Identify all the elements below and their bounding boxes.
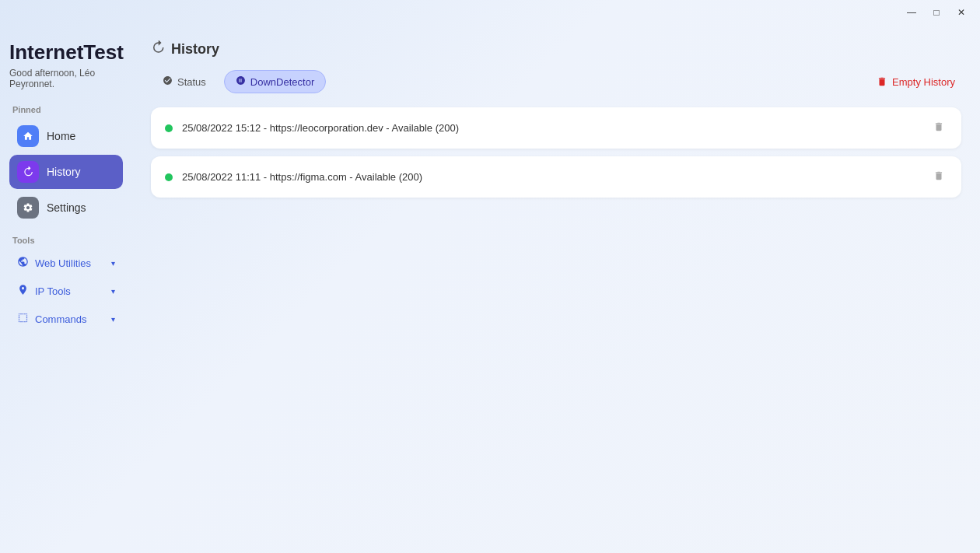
history-label: History [47, 166, 81, 178]
titlebar: — □ ✕ [0, 0, 980, 25]
tab-bar: Status DownDetector Empty History [151, 70, 961, 93]
commands-label: Commands [35, 313, 86, 325]
empty-history-label: Empty History [892, 76, 955, 88]
maximize-button[interactable]: □ [924, 0, 949, 25]
history-text-2: 25/08/2022 11:11 - https://figma.com - A… [182, 171, 921, 183]
ip-tools-label: IP Tools [35, 285, 71, 297]
tab-status-label: Status [177, 76, 206, 88]
sidebar-item-ip-tools[interactable]: IP Tools ▾ [9, 278, 123, 304]
empty-history-button[interactable]: Empty History [870, 73, 961, 91]
sidebar: InternetTest Good afternoon, Léo Peyronn… [0, 25, 132, 553]
settings-label: Settings [47, 201, 86, 214]
tab-downdetector-label: DownDetector [250, 76, 314, 88]
pinned-label: Pinned [9, 105, 123, 114]
history-text-1: 25/08/2022 15:12 - https://leocorporatio… [182, 122, 921, 134]
web-utilities-label: Web Utilities [35, 257, 91, 269]
history-nav-icon [17, 161, 39, 183]
app-title: InternetTest [9, 40, 123, 65]
history-item-2: 25/08/2022 11:11 - https://figma.com - A… [151, 156, 961, 198]
status-dot-2 [165, 173, 173, 181]
delete-button-1[interactable] [930, 118, 947, 138]
app-container: InternetTest Good afternoon, Léo Peyronn… [0, 25, 980, 553]
tools-section: Tools Web Utilities ▾ IP Tools [9, 236, 123, 334]
tab-status[interactable]: Status [151, 70, 218, 93]
history-page-title: History [171, 41, 219, 58]
downdetector-tab-icon [236, 75, 246, 88]
web-utilities-icon [17, 256, 29, 270]
history-page-icon [151, 40, 165, 58]
settings-nav-icon [17, 197, 39, 219]
home-label: Home [47, 130, 75, 142]
history-list: 25/08/2022 15:12 - https://leocorporatio… [151, 107, 961, 198]
web-utilities-chevron: ▾ [111, 259, 115, 268]
sidebar-item-home[interactable]: Home [9, 119, 123, 153]
main-content: History Status DownDetect [132, 25, 980, 553]
ip-tools-chevron: ▾ [111, 287, 115, 296]
delete-button-2[interactable] [930, 167, 947, 187]
ip-tools-icon [17, 284, 29, 298]
greeting: Good afternoon, Léo Peyronnet. [9, 68, 123, 89]
sidebar-item-commands[interactable]: Commands ▾ [9, 306, 123, 332]
sidebar-item-history[interactable]: History [9, 155, 123, 189]
tools-label: Tools [9, 236, 123, 245]
close-button[interactable]: ✕ [949, 0, 974, 25]
home-icon [17, 125, 39, 147]
history-header: History [151, 40, 961, 58]
sidebar-item-settings[interactable]: Settings [9, 191, 123, 225]
commands-icon [17, 312, 29, 326]
sidebar-item-web-utilities[interactable]: Web Utilities ▾ [9, 250, 123, 276]
status-dot-1 [165, 124, 173, 132]
status-tab-icon [163, 75, 173, 88]
commands-chevron: ▾ [111, 315, 115, 324]
tab-downdetector[interactable]: DownDetector [224, 70, 326, 93]
history-item-1: 25/08/2022 15:12 - https://leocorporatio… [151, 107, 961, 149]
minimize-button[interactable]: — [899, 0, 924, 25]
